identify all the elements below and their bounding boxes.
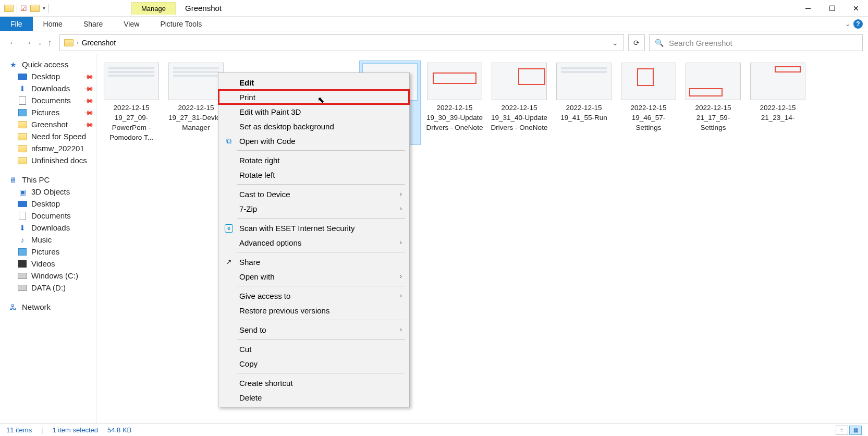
context-cast-to-device[interactable]: Cast to Device› <box>218 187 409 201</box>
file-item[interactable]: 2022-12-15 21_23_14- <box>747 60 809 145</box>
sidebar-drive-c[interactable]: Windows (C:) <box>0 270 96 282</box>
context-give-access[interactable]: Give access to› <box>218 288 409 303</box>
breadcrumb-current[interactable]: Greenshot <box>82 39 116 47</box>
context-cut[interactable]: Cut <box>218 342 409 356</box>
context-restore-versions[interactable]: Restore previous versions <box>218 303 409 318</box>
thumbnail <box>750 63 805 100</box>
sidebar-pictures[interactable]: Pictures📌 <box>0 106 96 118</box>
sidebar-network[interactable]: 🖧Network <box>0 301 96 313</box>
view-tab[interactable]: View <box>113 17 150 31</box>
context-send-to[interactable]: Send to› <box>218 322 409 337</box>
sidebar-downloads-pc[interactable]: ⬇Downloads <box>0 222 96 234</box>
pictures-icon <box>18 248 27 256</box>
sidebar-desktop[interactable]: Desktop📌 <box>0 70 96 82</box>
thumbnails-view-button[interactable]: ▦ <box>849 426 862 435</box>
separator <box>237 184 405 185</box>
sidebar-need-for-speed[interactable]: Need for Speed <box>0 130 96 142</box>
context-open-with[interactable]: Open with› <box>218 269 409 284</box>
sidebar-drive-d[interactable]: DATA (D:) <box>0 282 96 294</box>
share-tab[interactable]: Share <box>73 17 113 31</box>
sidebar-videos[interactable]: Videos <box>0 258 96 270</box>
file-item[interactable]: 2022-12-15 19_31_40-Update Drivers - One… <box>488 60 550 145</box>
separator <box>17 4 17 13</box>
sidebar-pictures-pc[interactable]: Pictures <box>0 246 96 258</box>
context-delete[interactable]: Delete <box>218 390 409 405</box>
folder-icon <box>64 39 74 46</box>
ribbon-collapse-icon[interactable]: ⌄ <box>845 20 850 28</box>
file-item[interactable]: 2022-12-15 21_17_59-Settings <box>682 60 744 145</box>
file-item[interactable]: 2022-12-15 19_27_09-PowerPom - Pomodoro … <box>101 60 162 145</box>
refresh-button[interactable]: ⟳ <box>628 34 645 51</box>
chevron-right-icon: › <box>400 292 402 299</box>
address-dropdown-icon[interactable]: ⌄ <box>607 39 624 47</box>
pin-icon: 📌 <box>83 95 94 106</box>
context-rotate-left[interactable]: Rotate left <box>218 167 409 182</box>
sidebar-quick-access[interactable]: ★Quick access <box>0 58 96 70</box>
sidebar-documents[interactable]: Documents📌 <box>0 94 96 106</box>
pin-icon: 📌 <box>83 107 94 118</box>
sidebar-greenshot[interactable]: Greenshot📌 <box>0 118 96 130</box>
pc-icon: 🖥 <box>8 176 18 184</box>
context-print[interactable]: Print <box>218 90 409 104</box>
search-box[interactable]: 🔍 <box>649 34 863 51</box>
separator <box>237 252 405 252</box>
qat-dropdown-icon[interactable]: ▾ <box>43 5 45 11</box>
file-tab[interactable]: File <box>0 17 33 31</box>
document-icon <box>19 212 26 220</box>
sidebar-unfinished-docs[interactable]: Unfinished docs <box>0 154 96 166</box>
context-set-desktop-bg[interactable]: Set as desktop background <box>218 119 409 134</box>
separator <box>237 150 405 151</box>
back-button[interactable]: ← <box>8 38 18 49</box>
help-icon[interactable]: ? <box>853 19 863 29</box>
sidebar-this-pc[interactable]: 🖥This PC <box>0 174 96 186</box>
manage-context-tab[interactable]: Manage <box>131 2 176 15</box>
forward-button[interactable]: → <box>23 38 32 49</box>
picture-tools-tab[interactable]: Picture Tools <box>150 17 212 31</box>
sidebar-downloads[interactable]: ⬇Downloads📌 <box>0 82 96 94</box>
chevron-right-icon[interactable]: › <box>77 40 79 46</box>
up-button[interactable]: ↑ <box>47 38 52 49</box>
folder-icon <box>18 157 27 164</box>
context-share[interactable]: ↗Share <box>218 255 409 269</box>
context-edit[interactable]: Edit <box>218 75 409 90</box>
sidebar-desktop-pc[interactable]: Desktop <box>0 198 96 210</box>
details-view-button[interactable]: ≡ <box>836 426 848 435</box>
file-list[interactable]: 2022-12-15 19_27_09-PowerPom - Pomodoro … <box>96 54 868 423</box>
file-item[interactable]: 2022-12-15 19_30_39-Update Drivers - One… <box>424 60 485 145</box>
sidebar-nfsmw[interactable]: nfsmw_202201 <box>0 142 96 154</box>
folder-icon[interactable] <box>4 5 14 12</box>
separator <box>237 286 405 286</box>
context-eset-scan[interactable]: eScan with ESET Internet Security <box>218 221 409 235</box>
context-7zip[interactable]: 7-Zip› <box>218 201 409 216</box>
context-edit-paint3d[interactable]: Edit with Paint 3D <box>218 104 409 119</box>
home-tab[interactable]: Home <box>33 17 73 31</box>
window-controls: ─ ☐ ✕ <box>796 0 868 17</box>
maximize-button[interactable]: ☐ <box>820 0 844 17</box>
context-create-shortcut[interactable]: Create shortcut <box>218 376 409 390</box>
quick-access-toolbar: ☑ ▾ <box>0 4 53 13</box>
thumbnail <box>168 63 224 100</box>
file-item[interactable]: 2022-12-15 19_41_55-Run <box>553 60 615 145</box>
context-open-with-code[interactable]: ⧉Open with Code <box>218 134 409 148</box>
downloads-icon: ⬇ <box>18 224 27 232</box>
chevron-right-icon: › <box>400 326 402 333</box>
context-copy[interactable]: Copy <box>218 356 409 371</box>
minimize-button[interactable]: ─ <box>796 0 820 17</box>
file-name: 2022-12-15 19_31_40-Update Drivers - One… <box>491 103 548 133</box>
folder-icon <box>18 121 27 128</box>
context-advanced-options[interactable]: Advanced options› <box>218 235 409 250</box>
search-input[interactable] <box>669 39 857 47</box>
drive-icon <box>18 273 27 279</box>
context-rotate-right[interactable]: Rotate right <box>218 153 409 167</box>
close-button[interactable]: ✕ <box>844 0 868 17</box>
ribbon-tabs: File Home Share View Picture Tools ⌄ ? <box>0 17 868 31</box>
recent-dropdown-icon[interactable]: ⌄ <box>38 40 42 46</box>
properties-icon[interactable]: ☑ <box>20 4 27 13</box>
address-bar[interactable]: › Greenshot ⌄ <box>59 34 624 51</box>
new-folder-icon[interactable] <box>30 5 40 12</box>
sidebar-music[interactable]: ♪Music <box>0 234 96 246</box>
sidebar-documents-pc[interactable]: Documents <box>0 210 96 222</box>
file-item[interactable]: 2022-12-15 19_46_57-Settings <box>618 60 679 145</box>
thumbnail <box>492 63 547 100</box>
sidebar-3d-objects[interactable]: ▣3D Objects <box>0 186 96 198</box>
